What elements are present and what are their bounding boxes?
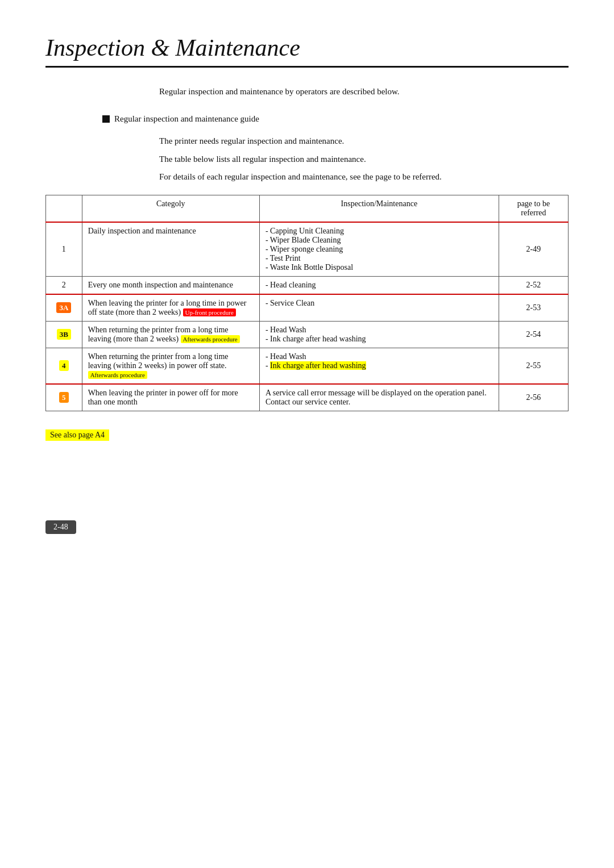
row-number: 3A: [46, 294, 82, 322]
table-row: 3AWhen leaving the printer for a long ti…: [46, 294, 569, 322]
row-category: Every one month inspection and maintenan…: [82, 276, 259, 294]
maintenance-table: Categoly Inspection/Maintenance page to …: [45, 195, 569, 411]
row-inspection: - Head Wash - Ink charge after head wash…: [259, 321, 499, 348]
page-number: 2-48: [45, 520, 76, 534]
body-line-3: For details of each regular inspection a…: [159, 170, 569, 185]
row-page-ref: 2-56: [499, 384, 568, 411]
row-inspection: - Service Clean: [259, 294, 499, 322]
row-badge: 5: [59, 392, 69, 403]
col-header-page: page to bereferred: [499, 195, 568, 222]
row-inspection: - Capping Unit Cleaning - Wiper Blade Cl…: [259, 222, 499, 277]
procedure-badge: Up-front procedure: [183, 308, 236, 316]
row-inspection: - Head cleaning: [259, 276, 499, 294]
row-category: When returning the printer from a long t…: [82, 348, 259, 384]
table-row: 4When returning the printer from a long …: [46, 348, 569, 384]
row-page-ref: 2-53: [499, 294, 568, 322]
intro-text: Regular inspection and maintenance by op…: [159, 85, 569, 98]
row-inspection: A service call error message will be dis…: [259, 384, 499, 411]
table-row: 1Daily inspection and maintenance- Cappi…: [46, 222, 569, 277]
procedure-badge: Afterwards procedure: [181, 335, 240, 343]
col-header-num: [46, 195, 82, 222]
page-bottom: 2-48: [45, 486, 569, 534]
body-line-1: The printer needs regular inspection and…: [159, 134, 569, 149]
section-bullet-icon: [102, 115, 110, 123]
row-badge: 3B: [57, 329, 71, 340]
row-badge: 4: [59, 360, 69, 371]
page-title: Inspection & Maintenance: [45, 34, 569, 68]
row-category: When leaving the printer in power off fo…: [82, 384, 259, 411]
table-row: 5When leaving the printer in power off f…: [46, 384, 569, 411]
row-inspection: - Head Wash - Ink charge after head wash…: [259, 348, 499, 384]
row-category: When leaving the printer for a long time…: [82, 294, 259, 322]
row-number: 1: [46, 222, 82, 277]
see-also-link[interactable]: See also page A4: [45, 429, 109, 441]
highlighted-text: Ink charge after head washing: [270, 361, 366, 370]
row-number: 2: [46, 276, 82, 294]
table-row: 3BWhen returning the printer from a long…: [46, 321, 569, 348]
row-page-ref: 2-49: [499, 222, 568, 277]
row-page-ref: 2-55: [499, 348, 568, 384]
row-category: When returning the printer from a long t…: [82, 321, 259, 348]
section-label: Regular inspection and maintenance guide: [114, 114, 259, 124]
row-category: Daily inspection and maintenance: [82, 222, 259, 277]
col-header-inspection: Inspection/Maintenance: [259, 195, 499, 222]
row-number: 5: [46, 384, 82, 411]
col-header-category: Categoly: [82, 195, 259, 222]
row-page-ref: 2-52: [499, 276, 568, 294]
row-page-ref: 2-54: [499, 321, 568, 348]
maintenance-table-wrapper: Categoly Inspection/Maintenance page to …: [45, 195, 569, 411]
row-number: 4: [46, 348, 82, 384]
procedure-badge: Afterwards procedure: [88, 371, 147, 379]
row-number: 3B: [46, 321, 82, 348]
body-line-2: The table below lists all regular inspec…: [159, 152, 569, 167]
table-row: 2Every one month inspection and maintena…: [46, 276, 569, 294]
row-badge: 3A: [56, 302, 71, 313]
